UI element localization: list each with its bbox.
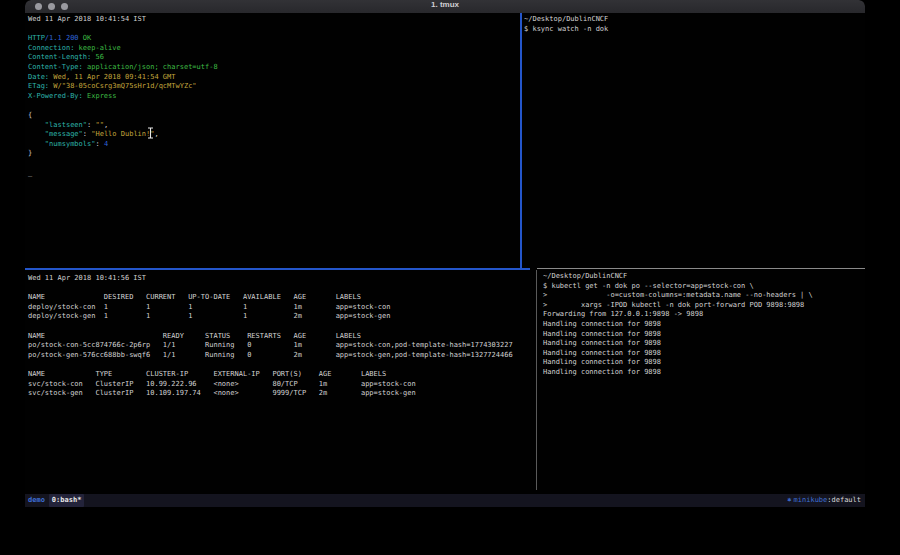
terminal-line: ETag: W/"38-05coCsrg3mQ75sHr1d/qcMTwYZc" <box>28 82 520 92</box>
close-icon[interactable] <box>35 3 42 10</box>
terminal-line: $ kubectl get -n dok po --selector=app=s… <box>543 282 865 292</box>
terminal-line: deploy/stock-gen 1 1 1 1 2m app=stock-ge… <box>28 312 536 322</box>
pane-divider-vertical[interactable] <box>536 270 537 490</box>
pane-port-forward-log[interactable]: ~/Desktop/DublinCNCF$ kubectl get -n dok… <box>538 270 865 490</box>
terminal-line: ~/Desktop/DublinCNCF <box>524 15 865 25</box>
terminal-line <box>28 360 536 370</box>
kube-context: minikube <box>794 494 828 507</box>
desktop-background: 1. tmux Wed 11 Apr 2018 10:41:54 IST HTT… <box>0 0 900 555</box>
terminal-line: NAME TYPE CLUSTER-IP EXTERNAL-IP PORT(S)… <box>28 370 536 380</box>
session-name-badge: demo <box>28 494 45 507</box>
terminal-line: Date: Wed, 11 Apr 2018 09:41:54 GMT <box>28 73 520 83</box>
window-titlebar[interactable]: 1. tmux <box>25 0 865 13</box>
terminal-line: Wed 11 Apr 2018 10:41:56 IST <box>28 274 536 284</box>
terminal-line: { <box>28 111 520 121</box>
terminal-line: Forwarding from 127.0.0.1:9898 -> 9898 <box>543 310 865 320</box>
tmux-status-bar: demo 0:bash* ⎈ minikube :default <box>25 494 865 507</box>
text-cursor-pointer <box>147 125 155 137</box>
traffic-lights <box>35 3 68 10</box>
terminal-line: > -o=custom-columns=:metadata.name --no-… <box>543 291 865 301</box>
window-title: 1. tmux <box>25 0 865 13</box>
terminal-line: Handling connection for 9898 <box>543 320 865 330</box>
terminal-line: Connection: keep-alive <box>28 44 520 54</box>
pane-http-response[interactable]: Wed 11 Apr 2018 10:41:54 IST HTTP/1.1 20… <box>25 13 520 268</box>
terminal-line <box>28 284 536 294</box>
terminal-line: Handling connection for 9898 <box>543 368 865 378</box>
terminal-line: ~/Desktop/DublinCNCF <box>543 272 865 282</box>
pane-divider-horizontal[interactable] <box>537 268 865 269</box>
terminal-line: deploy/stock-con 1 1 1 1 1m app=stock-co… <box>28 303 536 313</box>
terminal-line <box>28 159 520 169</box>
terminal-line: po/stock-con-5cc874766c-2p6rp 1/1 Runnin… <box>28 341 536 351</box>
zoom-icon[interactable] <box>61 3 68 10</box>
terminal-line: NAME DESIRED CURRENT UP-TO-DATE AVAILABL… <box>28 293 536 303</box>
terminal-line: Content-Type: application/json; charset=… <box>28 63 520 73</box>
terminal-line: Content-Length: 56 <box>28 53 520 63</box>
terminal-line: $ ksync watch -n dok <box>524 25 865 35</box>
terminal-line <box>28 322 536 332</box>
terminal-line: Handling connection for 9898 <box>543 349 865 359</box>
helm-icon: ⎈ <box>787 494 791 507</box>
terminal-line <box>28 25 520 35</box>
pane-ksync-watch[interactable]: ~/Desktop/DublinCNCF$ ksync watch -n dok <box>522 13 865 268</box>
terminal-line: "lastseen": "", <box>28 121 520 131</box>
kube-namespace: :default <box>827 494 861 507</box>
terminal-line: po/stock-gen-576cc688bb-swqf6 1/1 Runnin… <box>28 351 536 361</box>
terminal-line: svc/stock-gen ClusterIP 10.109.197.74 <n… <box>28 389 536 399</box>
terminal-line: X-Powered-By: Express <box>28 92 520 102</box>
pane-kubectl-resources[interactable]: Wed 11 Apr 2018 10:41:56 IST NAME DESIRE… <box>25 270 536 490</box>
window-tab-current[interactable]: 0:bash* <box>49 494 85 507</box>
terminal-line: Handling connection for 9898 <box>543 330 865 340</box>
terminal-line: HTTP/1.1 200 OK <box>28 34 520 44</box>
terminal-line: Wed 11 Apr 2018 10:41:54 IST <box>28 15 520 25</box>
minimize-icon[interactable] <box>48 3 55 10</box>
terminal-line: NAME READY STATUS RESTARTS AGE LABELS <box>28 332 536 342</box>
terminal-window: 1. tmux Wed 11 Apr 2018 10:41:54 IST HTT… <box>25 0 865 507</box>
terminal-line: Handling connection for 9898 <box>543 339 865 349</box>
terminal-line: Handling connection for 9898 <box>543 358 865 368</box>
terminal-line: _ <box>28 169 520 179</box>
terminal-line: "message": "Hello Dublin!", <box>28 130 520 140</box>
terminal-line: svc/stock-con ClusterIP 10.99.222.96 <no… <box>28 380 536 390</box>
terminal-line: > xargs -IPOD kubectl -n dok port-forwar… <box>543 301 865 311</box>
terminal-line: "numsymbols": 4 <box>28 140 520 150</box>
terminal-line <box>28 101 520 111</box>
terminal-line: } <box>28 149 520 159</box>
